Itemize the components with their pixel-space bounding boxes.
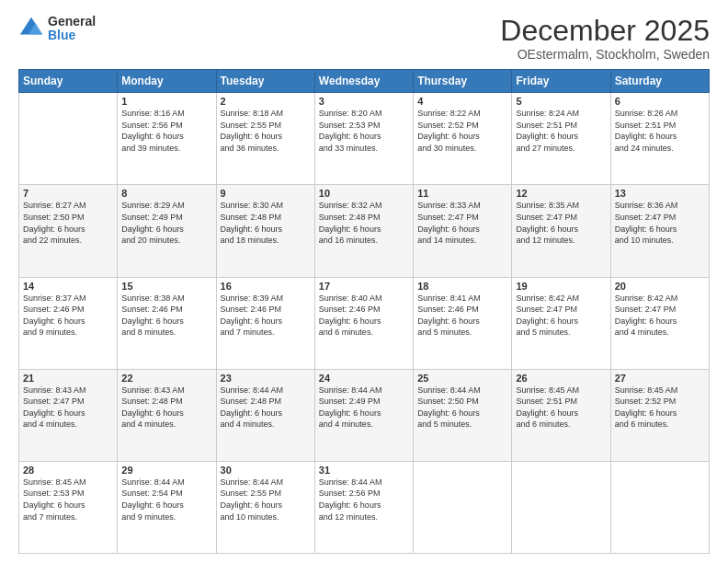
day-number: 9: [221, 188, 311, 199]
calendar-cell: 4Sunrise: 8:22 AM Sunset: 2:52 PM Daylig…: [414, 93, 512, 185]
calendar-cell: 20Sunrise: 8:42 AM Sunset: 2:47 PM Dayli…: [610, 277, 709, 369]
day-info: Sunrise: 8:26 AM Sunset: 2:51 PM Dayligh…: [615, 108, 705, 154]
day-number: 30: [221, 465, 311, 476]
day-info: Sunrise: 8:44 AM Sunset: 2:55 PM Dayligh…: [221, 477, 311, 523]
calendar-cell: 7Sunrise: 8:27 AM Sunset: 2:50 PM Daylig…: [19, 185, 118, 277]
calendar-week-row-4: 21Sunrise: 8:43 AM Sunset: 2:47 PM Dayli…: [19, 369, 710, 461]
day-number: 10: [319, 188, 409, 199]
day-number: 5: [516, 96, 606, 107]
calendar-week-row-1: 1Sunrise: 8:16 AM Sunset: 2:56 PM Daylig…: [19, 93, 710, 185]
day-info: Sunrise: 8:30 AM Sunset: 2:48 PM Dayligh…: [221, 200, 311, 246]
day-number: 15: [121, 281, 211, 292]
day-info: Sunrise: 8:43 AM Sunset: 2:48 PM Dayligh…: [121, 385, 211, 431]
day-info: Sunrise: 8:44 AM Sunset: 2:50 PM Dayligh…: [417, 385, 507, 431]
day-info: Sunrise: 8:45 AM Sunset: 2:52 PM Dayligh…: [615, 385, 705, 431]
calendar-cell: 3Sunrise: 8:20 AM Sunset: 2:53 PM Daylig…: [314, 93, 413, 185]
day-number: 20: [615, 281, 705, 292]
calendar-cell: 16Sunrise: 8:39 AM Sunset: 2:46 PM Dayli…: [216, 277, 314, 369]
calendar-cell: 5Sunrise: 8:24 AM Sunset: 2:51 PM Daylig…: [512, 93, 610, 185]
day-info: Sunrise: 8:44 AM Sunset: 2:49 PM Dayligh…: [319, 385, 409, 431]
day-number: 31: [319, 465, 409, 476]
day-number: 4: [417, 96, 507, 107]
calendar-cell: [414, 461, 512, 553]
day-info: Sunrise: 8:29 AM Sunset: 2:49 PM Dayligh…: [121, 200, 211, 246]
calendar-cell: 9Sunrise: 8:30 AM Sunset: 2:48 PM Daylig…: [216, 185, 314, 277]
day-info: Sunrise: 8:36 AM Sunset: 2:47 PM Dayligh…: [615, 200, 705, 246]
day-number: 28: [23, 465, 113, 476]
calendar-cell: 25Sunrise: 8:44 AM Sunset: 2:50 PM Dayli…: [414, 369, 512, 461]
day-info: Sunrise: 8:44 AM Sunset: 2:54 PM Dayligh…: [121, 477, 211, 523]
day-info: Sunrise: 8:44 AM Sunset: 2:56 PM Dayligh…: [319, 477, 409, 523]
calendar-header-row: Sunday Monday Tuesday Wednesday Thursday…: [19, 70, 710, 93]
header: General Blue December 2025 OEstermalm, S…: [18, 15, 710, 62]
day-number: 29: [121, 465, 211, 476]
day-info: Sunrise: 8:37 AM Sunset: 2:46 PM Dayligh…: [23, 293, 113, 339]
calendar-cell: 11Sunrise: 8:33 AM Sunset: 2:47 PM Dayli…: [414, 185, 512, 277]
subtitle: OEstermalm, Stockholm, Sweden: [500, 47, 710, 62]
calendar-cell: 24Sunrise: 8:44 AM Sunset: 2:49 PM Dayli…: [314, 369, 413, 461]
calendar-cell: 26Sunrise: 8:45 AM Sunset: 2:51 PM Dayli…: [512, 369, 610, 461]
day-info: Sunrise: 8:40 AM Sunset: 2:46 PM Dayligh…: [319, 293, 409, 339]
th-monday: Monday: [118, 70, 216, 93]
calendar-cell: 31Sunrise: 8:44 AM Sunset: 2:56 PM Dayli…: [314, 461, 413, 553]
calendar-cell: 30Sunrise: 8:44 AM Sunset: 2:55 PM Dayli…: [216, 461, 314, 553]
calendar-week-row-2: 7Sunrise: 8:27 AM Sunset: 2:50 PM Daylig…: [19, 185, 710, 277]
calendar-cell: 13Sunrise: 8:36 AM Sunset: 2:47 PM Dayli…: [610, 185, 709, 277]
logo-blue-text: Blue: [48, 29, 96, 42]
th-sunday: Sunday: [19, 70, 118, 93]
day-number: 12: [516, 188, 606, 199]
th-friday: Friday: [512, 70, 610, 93]
calendar-cell: 27Sunrise: 8:45 AM Sunset: 2:52 PM Dayli…: [610, 369, 709, 461]
day-info: Sunrise: 8:22 AM Sunset: 2:52 PM Dayligh…: [417, 108, 507, 154]
day-number: 3: [319, 96, 409, 107]
day-number: 11: [417, 188, 507, 199]
calendar-cell: 6Sunrise: 8:26 AM Sunset: 2:51 PM Daylig…: [610, 93, 709, 185]
calendar-week-row-3: 14Sunrise: 8:37 AM Sunset: 2:46 PM Dayli…: [19, 277, 710, 369]
day-info: Sunrise: 8:16 AM Sunset: 2:56 PM Dayligh…: [121, 108, 211, 154]
page: General Blue December 2025 OEstermalm, S…: [0, 0, 728, 563]
calendar-cell: 19Sunrise: 8:42 AM Sunset: 2:47 PM Dayli…: [512, 277, 610, 369]
calendar-cell: 21Sunrise: 8:43 AM Sunset: 2:47 PM Dayli…: [19, 369, 118, 461]
day-info: Sunrise: 8:41 AM Sunset: 2:46 PM Dayligh…: [417, 293, 507, 339]
calendar-cell: 23Sunrise: 8:44 AM Sunset: 2:48 PM Dayli…: [216, 369, 314, 461]
day-info: Sunrise: 8:20 AM Sunset: 2:53 PM Dayligh…: [319, 108, 409, 154]
th-tuesday: Tuesday: [216, 70, 314, 93]
main-title: December 2025: [500, 15, 710, 47]
day-number: 21: [23, 373, 113, 384]
calendar-cell: [610, 461, 709, 553]
calendar-cell: 15Sunrise: 8:38 AM Sunset: 2:46 PM Dayli…: [118, 277, 216, 369]
day-number: 19: [516, 281, 606, 292]
day-info: Sunrise: 8:39 AM Sunset: 2:46 PM Dayligh…: [221, 293, 311, 339]
calendar-cell: 8Sunrise: 8:29 AM Sunset: 2:49 PM Daylig…: [118, 185, 216, 277]
day-number: 8: [121, 188, 211, 199]
calendar-week-row-5: 28Sunrise: 8:45 AM Sunset: 2:53 PM Dayli…: [19, 461, 710, 553]
day-number: 27: [615, 373, 705, 384]
day-info: Sunrise: 8:38 AM Sunset: 2:46 PM Dayligh…: [121, 293, 211, 339]
day-number: 16: [221, 281, 311, 292]
day-number: 1: [121, 96, 211, 107]
day-number: 22: [121, 373, 211, 384]
day-info: Sunrise: 8:45 AM Sunset: 2:51 PM Dayligh…: [516, 385, 606, 431]
calendar-cell: 18Sunrise: 8:41 AM Sunset: 2:46 PM Dayli…: [414, 277, 512, 369]
logo-general-text: General: [48, 15, 96, 29]
day-info: Sunrise: 8:35 AM Sunset: 2:47 PM Dayligh…: [516, 200, 606, 246]
calendar-cell: 12Sunrise: 8:35 AM Sunset: 2:47 PM Dayli…: [512, 185, 610, 277]
day-info: Sunrise: 8:42 AM Sunset: 2:47 PM Dayligh…: [615, 293, 705, 339]
day-number: 17: [319, 281, 409, 292]
day-number: 24: [319, 373, 409, 384]
day-number: 6: [615, 96, 705, 107]
calendar-cell: 10Sunrise: 8:32 AM Sunset: 2:48 PM Dayli…: [314, 185, 413, 277]
day-info: Sunrise: 8:43 AM Sunset: 2:47 PM Dayligh…: [23, 385, 113, 431]
day-number: 7: [23, 188, 113, 199]
day-number: 2: [221, 96, 311, 107]
day-number: 13: [615, 188, 705, 199]
calendar-cell: 28Sunrise: 8:45 AM Sunset: 2:53 PM Dayli…: [19, 461, 118, 553]
day-info: Sunrise: 8:33 AM Sunset: 2:47 PM Dayligh…: [417, 200, 507, 246]
calendar-cell: 14Sunrise: 8:37 AM Sunset: 2:46 PM Dayli…: [19, 277, 118, 369]
logo-text: General Blue: [48, 15, 96, 43]
calendar-cell: [512, 461, 610, 553]
logo-icon: [18, 16, 44, 41]
day-number: 14: [23, 281, 113, 292]
day-number: 23: [221, 373, 311, 384]
th-wednesday: Wednesday: [314, 70, 413, 93]
